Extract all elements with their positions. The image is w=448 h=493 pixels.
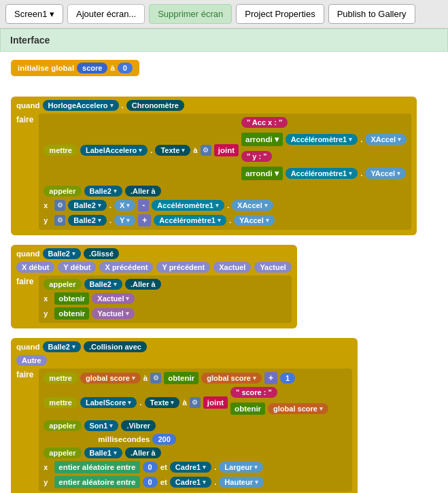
texte-prop-pill[interactable]: Texte ▾ xyxy=(155,145,190,156)
entier1-block[interactable]: entier aléatoire entre xyxy=(54,461,139,473)
balle1-pill[interactable]: Balle1 ▾ xyxy=(84,447,122,458)
init-var-pill[interactable]: score xyxy=(77,63,107,73)
texte-score-pill[interactable]: Texte ▾ xyxy=(145,397,180,408)
gear-icon-5[interactable]: ⚙ xyxy=(190,397,201,408)
millis-val-pill[interactable]: 200 xyxy=(152,434,175,445)
balle2-pill-b[interactable]: Balle2 ▾ xyxy=(68,200,106,211)
score-label-pill[interactable]: " score : " xyxy=(230,387,277,398)
param-xprecedent[interactable]: X précédent xyxy=(99,262,153,273)
accel2-pill[interactable]: Accéléromètre1 ▾ xyxy=(286,168,358,179)
glisse-pill[interactable]: .Glissé xyxy=(84,248,119,259)
init-block[interactable]: initialise global score à 0 xyxy=(11,60,139,76)
appeler-son-pill[interactable]: appeler xyxy=(44,420,81,431)
dot-label-1: . xyxy=(122,101,124,109)
acc-x-label-pill[interactable]: " Acc x : " xyxy=(241,117,288,128)
horloge-pill[interactable]: HorlogeAccelero ▾ xyxy=(43,100,119,111)
cadre1b-pill[interactable]: Cadre1 ▾ xyxy=(170,477,211,488)
param-xdebut[interactable]: X début xyxy=(16,262,54,273)
vibrer-pill[interactable]: .Vibrer xyxy=(121,420,156,431)
mettre-pill-1[interactable]: mettre xyxy=(44,145,77,156)
y-prop-pill[interactable]: Y ▾ xyxy=(114,215,135,226)
publish-to-gallery-button[interactable]: Publish to Gallery xyxy=(328,4,415,24)
val1-pill[interactable]: 1 xyxy=(280,373,295,384)
x-row-1: x ⚙ Balle2 ▾ . X ▾ - Accéléromètre1 ▾ xyxy=(44,199,407,211)
faire-section-2: faire appeler Balle2 ▾ .Aller à xyxy=(11,275,297,328)
cadre1a-pill[interactable]: Cadre1 ▾ xyxy=(170,462,211,473)
faire-body-1: mettre LabelAccelero ▾ . Texte ▾ à ⚙ xyxy=(39,114,411,230)
appeler-pill-2[interactable]: appeler xyxy=(44,279,81,290)
quand-label-2: quand xyxy=(16,250,40,258)
mettre-label-score-row: mettre LabelScore ▾ . Texte ▾ à ⚙ joint xyxy=(44,387,347,418)
init-val-pill[interactable]: 0 xyxy=(118,63,133,73)
aller-a-pill-1[interactable]: .Aller à xyxy=(125,186,161,197)
accel1-pill[interactable]: Accéléromètre1 ▾ xyxy=(286,134,358,145)
accel3-pill[interactable]: Accéléromètre1 ▾ xyxy=(152,200,224,211)
param-yprecedent[interactable]: Y précédent xyxy=(156,262,210,273)
yaccel2-pill[interactable]: YAccel ▾ xyxy=(234,215,275,226)
x-label-1: x xyxy=(44,201,52,209)
add-screen-button[interactable]: Ajouter écran... xyxy=(67,4,145,24)
obtenir-x-block[interactable]: obtenir xyxy=(54,292,89,305)
accel4-pill[interactable]: Accéléromètre1 ▾ xyxy=(154,215,226,226)
entier2-block[interactable]: entier aléatoire entre xyxy=(54,476,139,488)
balle2-pill-c[interactable]: Balle2 ▾ xyxy=(68,215,106,226)
obtenir-gs2-block[interactable]: obtenir xyxy=(230,403,265,415)
balle2-event-pill[interactable]: Balle2 ▾ xyxy=(43,248,81,259)
xaccel-pill-1[interactable]: XAccel ▾ xyxy=(365,134,407,145)
appeler-pill-1[interactable]: appeler xyxy=(44,186,81,197)
zero2-pill[interactable]: 0 xyxy=(143,477,158,488)
global-score-pill-3[interactable]: global score ▾ xyxy=(268,403,328,414)
faire-label-1: faire xyxy=(16,114,33,124)
largeur-pill[interactable]: Largeur ▾ xyxy=(219,462,263,473)
aller-a-balle1-pill[interactable]: .Aller à xyxy=(125,447,161,458)
mettre-pill-4[interactable]: mettre xyxy=(44,397,77,408)
autre-pill[interactable]: Autre xyxy=(16,355,47,366)
faire-body-3: mettre global score ▾ à ⚙ obtenir global… xyxy=(39,369,352,492)
chrono-pill[interactable]: Chronomètre xyxy=(126,100,184,111)
global-score-pill-2[interactable]: global score ▾ xyxy=(201,373,262,384)
gear-icon-1[interactable]: ⚙ xyxy=(201,145,211,156)
gear-icon-4[interactable]: ⚙ xyxy=(150,373,161,384)
joint-block-2[interactable]: joint xyxy=(203,396,228,409)
balle2-glisse-pill[interactable]: Balle2 ▾ xyxy=(84,279,122,290)
y-label-pill[interactable]: " y : " xyxy=(241,151,272,162)
appeler-balle1-pill[interactable]: appeler xyxy=(44,447,81,458)
collision-pill[interactable]: .Collision avec xyxy=(84,341,147,352)
hauteur-pill[interactable]: Hauteur ▾ xyxy=(219,477,264,488)
joint-block-1[interactable]: joint xyxy=(214,144,239,156)
delete-screen-button[interactable]: Supprimer écran xyxy=(149,4,232,24)
collision-header: quand Balle2 ▾ .Collision avec xyxy=(11,338,358,355)
screen-selector-button[interactable]: Screen1 ▾ xyxy=(5,4,63,24)
yactuel-pill[interactable]: Yactuel ▾ xyxy=(92,308,135,319)
faire-section-3: faire mettre global score ▾ à ⚙ obtenir xyxy=(11,369,358,493)
global-score-pill-1[interactable]: global score ▾ xyxy=(80,373,141,384)
param-yactuel[interactable]: Yactuel xyxy=(254,262,292,273)
zero1-pill[interactable]: 0 xyxy=(143,462,158,473)
yaccel-pill-1[interactable]: YAccel ▾ xyxy=(365,168,406,179)
obtenir-y-block[interactable]: obtenir xyxy=(54,307,89,320)
xaccel2-pill[interactable]: XAccel ▾ xyxy=(232,200,273,211)
project-properties-button[interactable]: Project Properties xyxy=(236,4,324,24)
arrondi-block-2[interactable]: arrondi ▾ xyxy=(241,167,283,180)
son1-pill[interactable]: Son1 ▾ xyxy=(84,420,119,431)
gear-icon-2[interactable]: ⚙ xyxy=(54,200,65,211)
gear-icon-3[interactable]: ⚙ xyxy=(54,215,65,226)
label-accelero-pill[interactable]: LabelAccelero ▾ xyxy=(80,145,148,156)
aller-a-pill-2[interactable]: .Aller à xyxy=(125,279,161,290)
balle2-collision-pill[interactable]: Balle2 ▾ xyxy=(43,341,81,352)
obtenir-gs-block[interactable]: obtenir xyxy=(164,372,199,384)
mettre-pill-3[interactable]: mettre xyxy=(44,373,77,384)
x-prop-pill[interactable]: X ▾ xyxy=(114,200,135,211)
chronometer-event-block: quand HorlogeAccelero ▾ . Chronomètre fa… xyxy=(11,97,417,235)
param-xactuel[interactable]: Xactuel xyxy=(213,262,251,273)
arrondi-block-1[interactable]: arrondi ▾ xyxy=(241,133,283,146)
glisse-event-block: quand Balle2 ▾ .Glissé X début Y début X… xyxy=(11,245,297,328)
plus-op-1: + xyxy=(138,214,151,226)
param-ydebut[interactable]: Y début xyxy=(58,262,96,273)
label-score-pill[interactable]: LabelScore ▾ xyxy=(80,397,137,408)
xactuel-pill[interactable]: Xactuel ▾ xyxy=(92,293,135,304)
collision-event-block: quand Balle2 ▾ .Collision avec Autre fai… xyxy=(11,338,358,493)
acc-x-row: " Acc x : " xyxy=(241,117,407,128)
appeler-balle1-row: appeler Balle1 ▾ .Aller à xyxy=(44,447,347,458)
balle2-pill-a[interactable]: Balle2 ▾ xyxy=(84,186,122,197)
